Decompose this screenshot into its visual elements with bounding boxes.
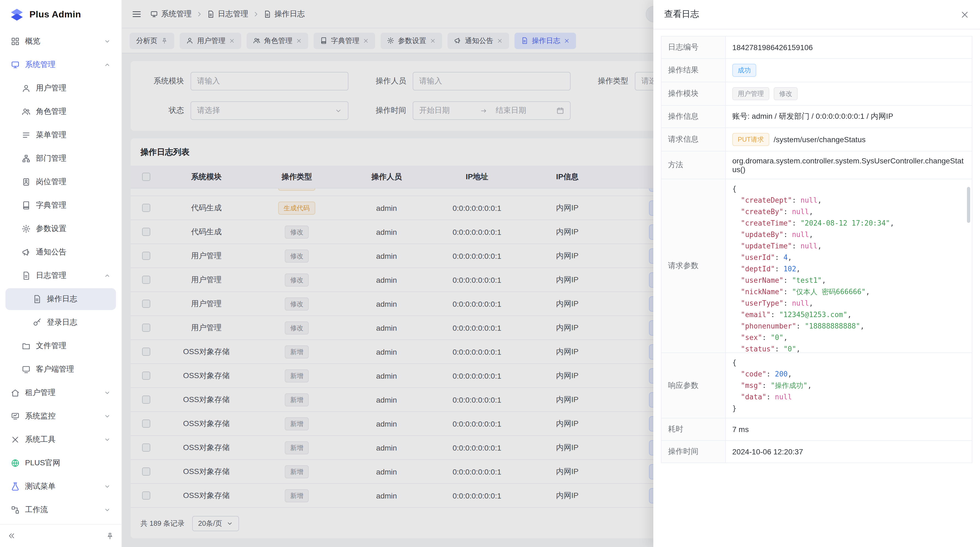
sidebar-item-label: 系统工具 xyxy=(25,435,99,445)
scrollbar-thumb[interactable] xyxy=(967,187,970,223)
menu-icon xyxy=(22,131,30,139)
user-icon xyxy=(22,84,30,92)
detail-value-result: 成功 xyxy=(726,59,972,82)
workflow-icon xyxy=(11,506,20,514)
sidebar-item-label: 操作日志 xyxy=(47,294,111,304)
chevron-down-icon xyxy=(104,413,111,419)
sidebar-item-label: 客户端管理 xyxy=(36,365,111,374)
globe-icon xyxy=(11,459,20,467)
app-title: Plus Admin xyxy=(29,9,81,20)
detail-value-request: PUT请求/system/user/changeStatus xyxy=(726,128,972,151)
chevron-down-icon xyxy=(104,38,111,45)
drawer-body: 日志编号1842781986426159106操作结果成功操作模块用户管理修改操… xyxy=(653,29,980,547)
sidebar-item-user-mgmt[interactable]: 用户管理 xyxy=(5,77,116,99)
detail-label-request-params: 请求参数 xyxy=(662,179,726,352)
pin-sidebar-icon[interactable] xyxy=(106,532,114,540)
sidebar-item-label: 字典管理 xyxy=(36,201,111,210)
folder-icon xyxy=(22,341,30,350)
sidebar-item-overview[interactable]: 概览 xyxy=(5,30,116,52)
sidebar-item-label: 角色管理 xyxy=(36,107,111,116)
sidebar-item-dict-mgmt[interactable]: 字典管理 xyxy=(5,195,116,216)
sidebar-item-client-mgmt[interactable]: 客户端管理 xyxy=(5,359,116,380)
sidebar-item-workflow[interactable]: 工作流 xyxy=(5,499,116,521)
sidebar-item-role-mgmt[interactable]: 角色管理 xyxy=(5,101,116,123)
sidebar-item-tenant-mgmt[interactable]: 租户管理 xyxy=(5,382,116,404)
sidebar-item-label: 工作流 xyxy=(25,505,99,515)
sidebar-item-label: 概览 xyxy=(25,37,99,46)
detail-tag: 成功 xyxy=(732,64,756,77)
sidebar-item-system-mgmt[interactable]: 系统管理 xyxy=(5,54,116,76)
sidebar-item-file-mgmt[interactable]: 文件管理 xyxy=(5,335,116,357)
workflow-icon xyxy=(11,506,20,514)
json-code-block[interactable]: { "createDept": null, "createBy": null, … xyxy=(726,179,972,352)
detail-tag: PUT请求 xyxy=(732,133,769,146)
detail-row-response-params: 响应参数{ "code": 200, "msg": "操作成功", "data"… xyxy=(662,353,972,418)
doc-icon xyxy=(33,295,41,303)
sidebar-item-label: 菜单管理 xyxy=(36,130,111,140)
loginlog-icon xyxy=(33,318,41,327)
sidebar-item-login-log[interactable]: 登录日志 xyxy=(5,312,116,333)
detail-row-request: 请求信息PUT请求/system/user/changeStatus xyxy=(662,128,972,152)
sidebar-item-system-tools[interactable]: 系统工具 xyxy=(5,429,116,451)
folder-icon xyxy=(22,341,30,350)
detail-row-result: 操作结果成功 xyxy=(662,59,972,82)
sidebar-item-operation-log[interactable]: 操作日志 xyxy=(5,288,116,310)
sidebar-item-label: 登录日志 xyxy=(47,317,111,327)
monitor-icon xyxy=(11,412,20,421)
detail-value-method: org.dromara.system.controller.system.Sys… xyxy=(726,152,972,179)
sidebar: Plus Admin 概览系统管理用户管理角色管理菜单管理部门管理岗位管理字典管… xyxy=(0,0,122,547)
tools-icon xyxy=(11,435,20,444)
sidebar-menu: 概览系统管理用户管理角色管理菜单管理部门管理岗位管理字典管理参数设置通知公告日志… xyxy=(0,29,121,524)
close-icon xyxy=(960,10,969,19)
notice-icon xyxy=(22,248,30,257)
log-icon xyxy=(22,271,30,280)
detail-label-time: 操作时间 xyxy=(662,441,726,462)
test-icon xyxy=(11,482,20,491)
detail-row-module: 操作模块用户管理修改 xyxy=(662,82,972,106)
sidebar-item-label: 用户管理 xyxy=(36,83,111,93)
app-logo[interactable]: Plus Admin xyxy=(0,0,121,29)
detail-value-module: 用户管理修改 xyxy=(726,82,972,105)
dashboard-icon xyxy=(11,37,20,46)
log-icon xyxy=(22,271,30,280)
chevron-down-icon xyxy=(104,436,111,443)
role-icon xyxy=(22,107,30,116)
detail-label-module: 操作模块 xyxy=(662,82,726,105)
chevron-down-icon xyxy=(104,389,111,396)
close-drawer-icon[interactable] xyxy=(960,10,969,19)
sidebar-item-param-settings[interactable]: 参数设置 xyxy=(5,218,116,240)
sidebar-item-label: 日志管理 xyxy=(36,271,99,281)
json-code-block[interactable]: { "code": 200, "msg": "操作成功", "data": nu… xyxy=(726,353,972,418)
system-icon xyxy=(11,61,20,69)
collapse-sidebar-icon[interactable] xyxy=(8,532,16,540)
param-icon xyxy=(22,225,30,233)
detail-row-method: 方法org.dromara.system.controller.system.S… xyxy=(662,152,972,179)
sidebar-item-system-monitor[interactable]: 系统监控 xyxy=(5,405,116,427)
client-icon xyxy=(22,365,30,374)
system-icon xyxy=(11,61,20,69)
drawer-title: 查看日志 xyxy=(664,9,699,20)
detail-label-log-id: 日志编号 xyxy=(662,37,726,58)
sidebar-item-test-menu[interactable]: 测试菜单 xyxy=(5,476,116,498)
chevron-up-icon xyxy=(104,273,111,279)
sidebar-item-label: 测试菜单 xyxy=(25,482,99,491)
post-icon xyxy=(22,178,30,186)
sidebar-item-log-mgmt[interactable]: 日志管理 xyxy=(5,265,116,287)
sidebar-item-post-mgmt[interactable]: 岗位管理 xyxy=(5,171,116,193)
drawer-header: 查看日志 xyxy=(653,0,980,29)
sidebar-item-menu-mgmt[interactable]: 菜单管理 xyxy=(5,124,116,146)
sidebar-item-label: 文件管理 xyxy=(36,341,111,351)
chevron-down-icon xyxy=(104,507,111,513)
sidebar-item-label: 岗位管理 xyxy=(36,177,111,187)
sidebar-item-dept-mgmt[interactable]: 部门管理 xyxy=(5,148,116,169)
detail-label-request: 请求信息 xyxy=(662,128,726,151)
detail-label-result: 操作结果 xyxy=(662,59,726,82)
sidebar-item-notice[interactable]: 通知公告 xyxy=(5,241,116,263)
detail-row-cost: 耗时7 ms xyxy=(662,418,972,441)
sidebar-item-plus-site[interactable]: PLUS官网 xyxy=(5,452,116,474)
chevron-down-icon xyxy=(104,389,111,396)
sidebar-item-label: 租户管理 xyxy=(25,388,99,398)
detail-row-info: 操作信息账号: admin / 研发部门 / 0:0:0:0:0:0:0:1 /… xyxy=(662,106,972,128)
sidebar-item-label: 参数设置 xyxy=(36,224,111,234)
chevron-up-icon xyxy=(104,62,111,68)
